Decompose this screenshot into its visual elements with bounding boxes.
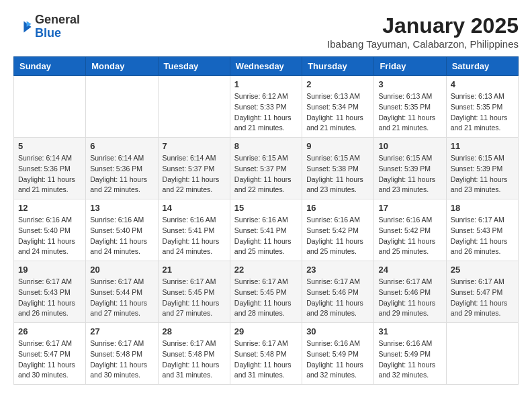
calendar-cell: 12Sunrise: 6:16 AM Sunset: 5:40 PM Dayli… xyxy=(14,199,86,261)
week-row-4: 19Sunrise: 6:17 AM Sunset: 5:43 PM Dayli… xyxy=(14,261,519,323)
day-number: 6 xyxy=(90,141,153,151)
calendar-cell: 2Sunrise: 6:13 AM Sunset: 5:34 PM Daylig… xyxy=(302,76,374,138)
day-number: 24 xyxy=(378,265,441,275)
day-number: 28 xyxy=(163,326,226,336)
day-number: 27 xyxy=(90,326,153,336)
day-info: Sunrise: 6:13 AM Sunset: 5:34 PM Dayligh… xyxy=(306,91,369,134)
day-info: Sunrise: 6:17 AM Sunset: 5:45 PM Dayligh… xyxy=(234,277,298,319)
day-info: Sunrise: 6:17 AM Sunset: 5:48 PM Dayligh… xyxy=(234,338,298,381)
day-info: Sunrise: 6:17 AM Sunset: 5:48 PM Dayligh… xyxy=(90,338,153,381)
day-number: 20 xyxy=(90,265,153,275)
day-info: Sunrise: 6:17 AM Sunset: 5:46 PM Dayligh… xyxy=(378,277,441,319)
day-number: 22 xyxy=(234,265,298,275)
week-row-1: 1Sunrise: 6:12 AM Sunset: 5:33 PM Daylig… xyxy=(14,76,519,138)
calendar-header-row: SundayMondayTuesdayWednesdayThursdayFrid… xyxy=(14,57,519,76)
logo-icon xyxy=(13,17,32,36)
calendar-cell: 31Sunrise: 6:16 AM Sunset: 5:49 PM Dayli… xyxy=(374,323,446,385)
day-info: Sunrise: 6:17 AM Sunset: 5:47 PM Dayligh… xyxy=(451,277,514,319)
col-header-friday: Friday xyxy=(374,57,446,76)
location-subtitle: Ibabang Tayuman, Calabarzon, Philippines xyxy=(327,38,519,50)
calendar-cell: 18Sunrise: 6:17 AM Sunset: 5:43 PM Dayli… xyxy=(446,199,518,261)
day-info: Sunrise: 6:16 AM Sunset: 5:42 PM Dayligh… xyxy=(306,215,369,257)
calendar-cell: 23Sunrise: 6:17 AM Sunset: 5:46 PM Dayli… xyxy=(302,261,374,323)
calendar-cell: 17Sunrise: 6:16 AM Sunset: 5:42 PM Dayli… xyxy=(374,199,446,261)
calendar-cell: 15Sunrise: 6:16 AM Sunset: 5:41 PM Dayli… xyxy=(230,199,302,261)
day-info: Sunrise: 6:16 AM Sunset: 5:40 PM Dayligh… xyxy=(90,215,153,257)
day-info: Sunrise: 6:15 AM Sunset: 5:39 PM Dayligh… xyxy=(451,153,514,195)
col-header-saturday: Saturday xyxy=(446,57,518,76)
day-number: 7 xyxy=(163,141,226,151)
day-number: 4 xyxy=(451,79,514,89)
week-row-3: 12Sunrise: 6:16 AM Sunset: 5:40 PM Dayli… xyxy=(14,199,519,261)
day-info: Sunrise: 6:16 AM Sunset: 5:42 PM Dayligh… xyxy=(378,215,441,257)
calendar-cell: 5Sunrise: 6:14 AM Sunset: 5:36 PM Daylig… xyxy=(14,138,86,199)
calendar-cell xyxy=(158,76,230,138)
calendar-cell: 7Sunrise: 6:14 AM Sunset: 5:37 PM Daylig… xyxy=(158,138,230,199)
day-number: 10 xyxy=(378,141,441,151)
day-number: 9 xyxy=(306,141,369,151)
calendar-cell: 8Sunrise: 6:15 AM Sunset: 5:37 PM Daylig… xyxy=(230,138,302,199)
day-number: 3 xyxy=(378,79,441,89)
day-number: 2 xyxy=(306,79,369,89)
calendar-cell: 27Sunrise: 6:17 AM Sunset: 5:48 PM Dayli… xyxy=(86,323,158,385)
day-number: 26 xyxy=(18,326,81,336)
calendar-cell: 19Sunrise: 6:17 AM Sunset: 5:43 PM Dayli… xyxy=(14,261,86,323)
title-block: January 2025 Ibabang Tayuman, Calabarzon… xyxy=(327,13,519,50)
calendar-cell: 28Sunrise: 6:17 AM Sunset: 5:48 PM Dayli… xyxy=(158,323,230,385)
day-number: 14 xyxy=(163,203,226,213)
day-info: Sunrise: 6:16 AM Sunset: 5:49 PM Dayligh… xyxy=(306,338,369,381)
day-info: Sunrise: 6:14 AM Sunset: 5:36 PM Dayligh… xyxy=(18,153,81,195)
day-info: Sunrise: 6:16 AM Sunset: 5:40 PM Dayligh… xyxy=(18,215,81,257)
day-number: 19 xyxy=(18,265,81,275)
calendar-cell: 11Sunrise: 6:15 AM Sunset: 5:39 PM Dayli… xyxy=(446,138,518,199)
col-header-tuesday: Tuesday xyxy=(158,57,230,76)
day-info: Sunrise: 6:17 AM Sunset: 5:45 PM Dayligh… xyxy=(163,277,226,319)
calendar-cell xyxy=(446,323,518,385)
calendar-table: SundayMondayTuesdayWednesdayThursdayFrid… xyxy=(13,56,519,385)
day-info: Sunrise: 6:15 AM Sunset: 5:37 PM Dayligh… xyxy=(234,153,298,195)
calendar-cell: 10Sunrise: 6:15 AM Sunset: 5:39 PM Dayli… xyxy=(374,138,446,199)
calendar-cell: 3Sunrise: 6:13 AM Sunset: 5:35 PM Daylig… xyxy=(374,76,446,138)
week-row-5: 26Sunrise: 6:17 AM Sunset: 5:47 PM Dayli… xyxy=(14,323,519,385)
day-info: Sunrise: 6:15 AM Sunset: 5:39 PM Dayligh… xyxy=(378,153,441,195)
calendar-cell: 4Sunrise: 6:13 AM Sunset: 5:35 PM Daylig… xyxy=(446,76,518,138)
calendar-cell: 13Sunrise: 6:16 AM Sunset: 5:40 PM Dayli… xyxy=(86,199,158,261)
day-info: Sunrise: 6:16 AM Sunset: 5:41 PM Dayligh… xyxy=(234,215,298,257)
logo: General Blue xyxy=(13,13,80,40)
day-info: Sunrise: 6:12 AM Sunset: 5:33 PM Dayligh… xyxy=(234,91,298,134)
day-info: Sunrise: 6:17 AM Sunset: 5:43 PM Dayligh… xyxy=(18,277,81,319)
day-number: 29 xyxy=(234,326,298,336)
calendar-cell: 20Sunrise: 6:17 AM Sunset: 5:44 PM Dayli… xyxy=(86,261,158,323)
calendar-cell: 6Sunrise: 6:14 AM Sunset: 5:36 PM Daylig… xyxy=(86,138,158,199)
month-title: January 2025 xyxy=(327,13,519,38)
col-header-wednesday: Wednesday xyxy=(230,57,302,76)
day-info: Sunrise: 6:16 AM Sunset: 5:41 PM Dayligh… xyxy=(163,215,226,257)
day-info: Sunrise: 6:13 AM Sunset: 5:35 PM Dayligh… xyxy=(451,91,514,134)
day-info: Sunrise: 6:14 AM Sunset: 5:36 PM Dayligh… xyxy=(90,153,153,195)
day-number: 8 xyxy=(234,141,298,151)
day-number: 21 xyxy=(163,265,226,275)
day-info: Sunrise: 6:13 AM Sunset: 5:35 PM Dayligh… xyxy=(378,91,441,134)
calendar-cell: 30Sunrise: 6:16 AM Sunset: 5:49 PM Dayli… xyxy=(302,323,374,385)
calendar-cell: 24Sunrise: 6:17 AM Sunset: 5:46 PM Dayli… xyxy=(374,261,446,323)
day-info: Sunrise: 6:16 AM Sunset: 5:49 PM Dayligh… xyxy=(378,338,441,381)
day-number: 15 xyxy=(234,203,298,213)
day-info: Sunrise: 6:14 AM Sunset: 5:37 PM Dayligh… xyxy=(163,153,226,195)
logo-text: General Blue xyxy=(35,13,80,40)
day-number: 23 xyxy=(306,265,369,275)
calendar-cell: 26Sunrise: 6:17 AM Sunset: 5:47 PM Dayli… xyxy=(14,323,86,385)
day-number: 17 xyxy=(378,203,441,213)
col-header-sunday: Sunday xyxy=(14,57,86,76)
day-info: Sunrise: 6:17 AM Sunset: 5:44 PM Dayligh… xyxy=(90,277,153,319)
day-number: 31 xyxy=(378,326,441,336)
calendar-cell: 1Sunrise: 6:12 AM Sunset: 5:33 PM Daylig… xyxy=(230,76,302,138)
col-header-monday: Monday xyxy=(86,57,158,76)
day-number: 13 xyxy=(90,203,153,213)
calendar-cell: 25Sunrise: 6:17 AM Sunset: 5:47 PM Dayli… xyxy=(446,261,518,323)
day-number: 1 xyxy=(234,79,298,89)
day-number: 11 xyxy=(451,141,514,151)
day-number: 18 xyxy=(451,203,514,213)
day-info: Sunrise: 6:17 AM Sunset: 5:46 PM Dayligh… xyxy=(306,277,369,319)
day-number: 5 xyxy=(18,141,81,151)
calendar-cell: 16Sunrise: 6:16 AM Sunset: 5:42 PM Dayli… xyxy=(302,199,374,261)
